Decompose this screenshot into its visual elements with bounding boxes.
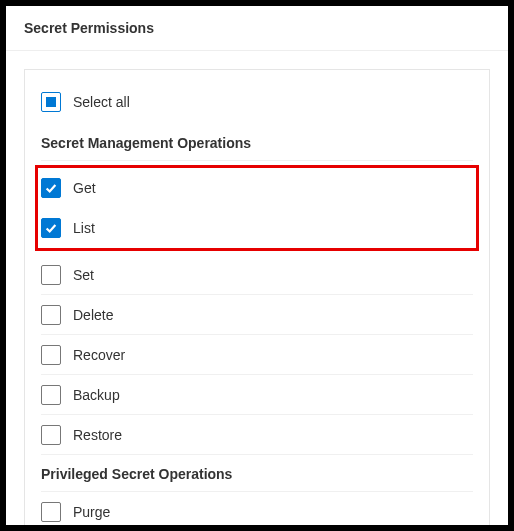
perm-label-list: List bbox=[73, 220, 95, 236]
highlight-annotation: Get List bbox=[35, 165, 479, 251]
perm-label-restore: Restore bbox=[73, 427, 122, 443]
perm-row-backup[interactable]: Backup bbox=[41, 375, 473, 415]
checkbox-delete[interactable] bbox=[41, 305, 61, 325]
page-title: Secret Permissions bbox=[24, 20, 490, 36]
section-title-privileged: Privileged Secret Operations bbox=[41, 466, 232, 482]
perm-row-list[interactable]: List bbox=[41, 208, 473, 248]
perm-row-recover[interactable]: Recover bbox=[41, 335, 473, 375]
checkbox-purge[interactable] bbox=[41, 502, 61, 522]
perm-label-delete: Delete bbox=[73, 307, 113, 323]
section-privileged-header: Privileged Secret Operations bbox=[41, 455, 473, 492]
section-management-header: Secret Management Operations bbox=[41, 124, 473, 161]
permissions-panel: Secret Permissions Select all Secret Man… bbox=[6, 6, 508, 525]
perm-label-get: Get bbox=[73, 180, 96, 196]
check-icon bbox=[44, 181, 58, 195]
indeterminate-icon bbox=[46, 97, 56, 107]
permissions-card: Select all Secret Management Operations … bbox=[24, 69, 490, 525]
checkbox-get[interactable] bbox=[41, 178, 61, 198]
check-icon bbox=[44, 221, 58, 235]
perm-row-set[interactable]: Set bbox=[41, 255, 473, 295]
perm-row-delete[interactable]: Delete bbox=[41, 295, 473, 335]
section-title-management: Secret Management Operations bbox=[41, 135, 251, 151]
select-all-row[interactable]: Select all bbox=[41, 84, 473, 124]
perm-row-restore[interactable]: Restore bbox=[41, 415, 473, 455]
select-all-checkbox[interactable] bbox=[41, 92, 61, 112]
perm-label-backup: Backup bbox=[73, 387, 120, 403]
checkbox-set[interactable] bbox=[41, 265, 61, 285]
panel-content: Select all Secret Management Operations … bbox=[6, 51, 508, 525]
perm-label-recover: Recover bbox=[73, 347, 125, 363]
panel-header: Secret Permissions bbox=[6, 6, 508, 51]
checkbox-restore[interactable] bbox=[41, 425, 61, 445]
perm-row-purge[interactable]: Purge bbox=[41, 492, 473, 525]
perm-row-get[interactable]: Get bbox=[41, 168, 473, 208]
checkbox-backup[interactable] bbox=[41, 385, 61, 405]
checkbox-list[interactable] bbox=[41, 218, 61, 238]
perm-label-purge: Purge bbox=[73, 504, 110, 520]
select-all-label: Select all bbox=[73, 94, 130, 110]
checkbox-recover[interactable] bbox=[41, 345, 61, 365]
perm-label-set: Set bbox=[73, 267, 94, 283]
